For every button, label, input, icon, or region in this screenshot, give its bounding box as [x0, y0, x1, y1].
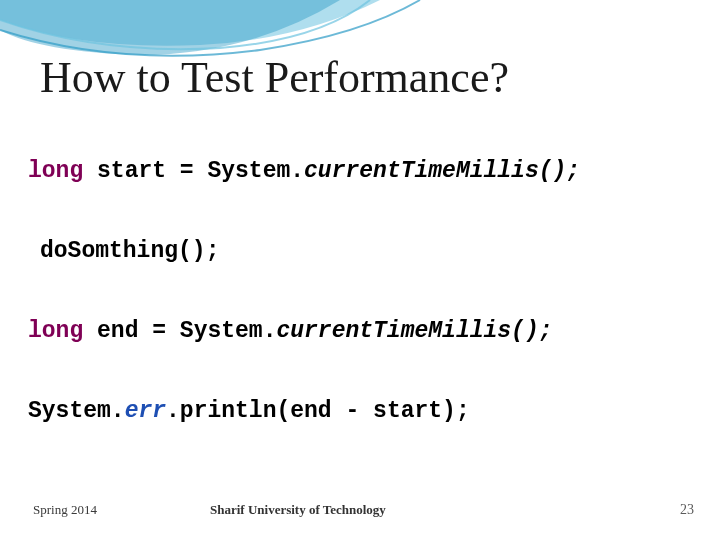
keyword-long: long [28, 158, 83, 184]
code-text: end = System. [83, 318, 276, 344]
code-text: doSomthing(); [40, 238, 219, 264]
code-line-2: doSomthing(); [40, 238, 219, 266]
err-stream: err [125, 398, 166, 424]
method-call: currentTimeMillis(); [304, 158, 580, 184]
footer-term: Spring 2014 [33, 502, 97, 518]
slide-title: How to Test Performance? [40, 52, 509, 103]
slide-number: 23 [680, 502, 694, 518]
code-text: System. [28, 398, 125, 424]
keyword-long: long [28, 318, 83, 344]
code-line-4: System.err.println(end - start); [28, 398, 470, 426]
method-call: currentTimeMillis(); [276, 318, 552, 344]
code-text: .println(end - start); [166, 398, 470, 424]
code-line-1: long start = System.currentTimeMillis(); [28, 158, 580, 186]
code-line-3: long end = System.currentTimeMillis(); [28, 318, 553, 346]
slide: How to Test Performance? long start = Sy… [0, 0, 720, 540]
footer-institution: Sharif University of Technology [210, 502, 386, 518]
code-text: start = System. [83, 158, 304, 184]
